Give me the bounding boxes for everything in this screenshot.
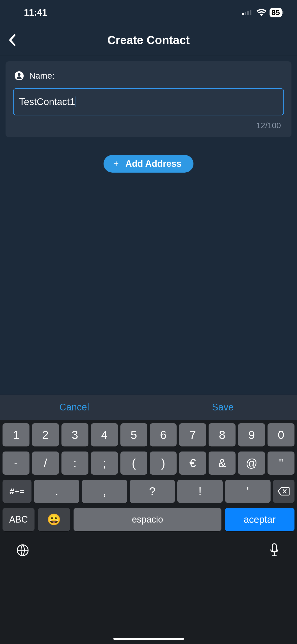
keyboard-bottom-bar xyxy=(3,536,294,565)
status-bar: 11:41 85 xyxy=(0,0,297,25)
add-address-label: Add Address xyxy=(125,158,182,169)
add-address-button[interactable]: + Add Address xyxy=(104,155,194,173)
nav-header: Create Contact xyxy=(0,25,297,55)
key-quote[interactable]: " xyxy=(268,452,294,475)
key-slash[interactable]: / xyxy=(32,452,59,475)
key-question[interactable]: ? xyxy=(130,480,175,503)
key-0[interactable]: 0 xyxy=(268,423,294,446)
key-abc[interactable]: ABC xyxy=(3,508,35,531)
key-emoji[interactable]: 😀 xyxy=(38,508,70,531)
battery-indicator: 85 xyxy=(270,8,282,17)
status-indicators: 85 xyxy=(242,8,282,17)
soft-keyboard: 1 2 3 4 5 6 7 8 9 0 - / : ; ( ) € & @ " … xyxy=(0,420,297,644)
key-at[interactable]: @ xyxy=(238,452,265,475)
key-4[interactable]: 4 xyxy=(91,423,118,446)
key-7[interactable]: 7 xyxy=(179,423,206,446)
page-title: Create Contact xyxy=(0,33,297,47)
cancel-button[interactable]: Cancel xyxy=(0,402,149,413)
key-symbols-more[interactable]: #+= xyxy=(3,480,31,503)
key-exclaim[interactable]: ! xyxy=(177,480,223,503)
key-semicolon[interactable]: ; xyxy=(91,452,118,475)
name-label-text: Name: xyxy=(29,71,54,81)
globe-icon[interactable] xyxy=(15,543,30,558)
cellular-signal-icon xyxy=(242,10,251,15)
name-input[interactable]: TestContact1 xyxy=(13,88,284,115)
save-button[interactable]: Save xyxy=(149,402,297,413)
key-ampersand[interactable]: & xyxy=(209,452,236,475)
back-button[interactable] xyxy=(5,33,20,48)
wifi-icon xyxy=(256,9,267,16)
char-counter: 12/100 xyxy=(13,121,281,130)
key-period[interactable]: . xyxy=(34,480,79,503)
backspace-icon xyxy=(278,487,290,496)
person-icon xyxy=(15,71,24,80)
key-dash[interactable]: - xyxy=(3,452,29,475)
key-2[interactable]: 2 xyxy=(32,423,59,446)
emoji-icon: 😀 xyxy=(47,513,61,526)
mic-icon[interactable] xyxy=(267,543,282,558)
name-form-card: Name: TestContact1 12/100 xyxy=(6,61,291,137)
name-field-label: Name: xyxy=(15,71,284,81)
key-paren-open[interactable]: ( xyxy=(120,452,147,475)
key-comma[interactable]: , xyxy=(82,480,127,503)
svg-rect-1 xyxy=(272,544,276,552)
key-euro[interactable]: € xyxy=(179,452,206,475)
key-apostrophe[interactable]: ' xyxy=(225,480,271,503)
key-6[interactable]: 6 xyxy=(150,423,177,446)
text-cursor xyxy=(76,96,76,107)
plus-icon: + xyxy=(114,158,119,169)
key-paren-close[interactable]: ) xyxy=(150,452,177,475)
key-5[interactable]: 5 xyxy=(120,423,147,446)
key-9[interactable]: 9 xyxy=(238,423,265,446)
keyboard-accessory-bar: Cancel Save xyxy=(0,395,297,420)
home-indicator[interactable] xyxy=(113,638,184,640)
status-time: 11:41 xyxy=(24,7,47,18)
key-backspace[interactable] xyxy=(273,480,294,503)
key-8[interactable]: 8 xyxy=(209,423,236,446)
name-input-value: TestContact1 xyxy=(19,96,75,107)
key-3[interactable]: 3 xyxy=(61,423,88,446)
key-1[interactable]: 1 xyxy=(3,423,29,446)
key-accept[interactable]: aceptar xyxy=(225,508,294,531)
key-colon[interactable]: : xyxy=(61,452,88,475)
key-space[interactable]: espacio xyxy=(74,508,221,531)
